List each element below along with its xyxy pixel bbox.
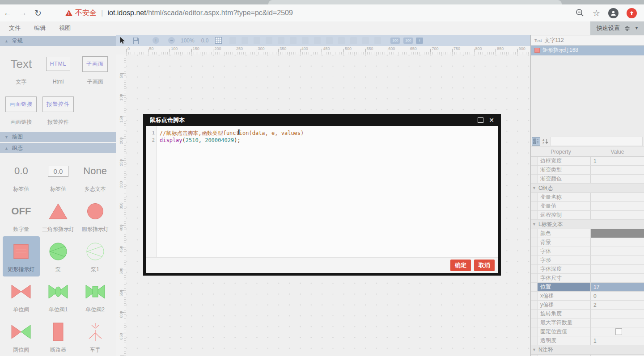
property-row-字形[interactable]: 字形 bbox=[531, 256, 644, 265]
property-filter-area[interactable] bbox=[551, 137, 643, 146]
checkbox[interactable] bbox=[615, 328, 622, 335]
grid-toggle-icon[interactable] bbox=[215, 37, 222, 44]
menu-item-1[interactable]: 编辑 bbox=[34, 24, 46, 32]
property-value[interactable] bbox=[591, 310, 644, 318]
cancel-button[interactable]: 取消 bbox=[474, 260, 495, 271]
size-badge-1[interactable]: 100 bbox=[403, 38, 413, 44]
palette-item-sub-screen[interactable]: 子画面子画面 bbox=[76, 49, 114, 89]
security-warning-label[interactable]: 不安全 bbox=[75, 8, 97, 18]
menu-item-2[interactable]: 视图 bbox=[59, 24, 71, 32]
property-section-L标签文本[interactable]: ▼L标签文本 bbox=[531, 220, 644, 229]
info-icon[interactable]: i bbox=[416, 38, 423, 44]
property-value[interactable] bbox=[591, 202, 644, 210]
palette-item-breaker[interactable]: 断路器 bbox=[40, 317, 77, 356]
browser-update-icon[interactable] bbox=[627, 8, 637, 18]
property-row-字体深度[interactable]: 字体深度 bbox=[531, 265, 644, 274]
property-row-变量值[interactable]: 变量值 bbox=[531, 202, 644, 211]
select-tool-icon[interactable] bbox=[120, 37, 126, 44]
object-list-item-1[interactable]: 矩形指示灯168 bbox=[531, 46, 644, 55]
palette-item-label-value-input[interactable]: 0.0标签值 bbox=[40, 156, 77, 196]
palette-section-header[interactable]: ▲组态 bbox=[0, 143, 116, 153]
property-value[interactable]: 1 bbox=[591, 336, 644, 345]
forward-icon[interactable]: → bbox=[15, 8, 30, 18]
palette-item-two-position-valve[interactable]: 两位阀 bbox=[3, 317, 40, 356]
menu-item-0[interactable]: 文件 bbox=[9, 24, 21, 32]
code-area[interactable]: //鼠标点击脚本,函数类型function(data, e, values)di… bbox=[157, 126, 304, 257]
property-row-背景[interactable]: 背景 bbox=[531, 238, 644, 247]
bookmark-star-icon[interactable]: ☆ bbox=[593, 8, 600, 18]
property-row-透明度[interactable]: 透明度1 bbox=[531, 336, 644, 345]
security-warning-icon[interactable]: ! bbox=[65, 10, 72, 16]
property-value[interactable] bbox=[591, 274, 644, 282]
property-value[interactable] bbox=[591, 166, 644, 174]
color-swatch[interactable] bbox=[591, 229, 644, 238]
save-icon[interactable] bbox=[132, 37, 140, 44]
property-row-字体[interactable]: 字体 bbox=[531, 247, 644, 256]
property-value[interactable] bbox=[591, 238, 644, 247]
palette-item-html[interactable]: HTMLHtml bbox=[40, 49, 77, 89]
palette-section-header[interactable]: ▼绘图 bbox=[0, 132, 116, 142]
property-value[interactable] bbox=[591, 247, 644, 255]
property-row-x偏移[interactable]: x偏移0 bbox=[531, 292, 644, 301]
property-value[interactable] bbox=[591, 193, 644, 201]
property-row-变量名称[interactable]: 变量名称 bbox=[531, 193, 644, 202]
property-row-固定位置值[interactable]: 固定位置值 bbox=[531, 327, 644, 336]
ok-button[interactable]: 确定 bbox=[450, 260, 471, 271]
palette-item-pump1[interactable]: 泵1 bbox=[76, 236, 114, 276]
object-list-item-0[interactable]: Text文字112 bbox=[531, 36, 644, 46]
property-value[interactable] bbox=[591, 211, 644, 219]
property-value[interactable]: 0 bbox=[591, 292, 644, 300]
zoom-out-page-icon[interactable] bbox=[576, 8, 585, 17]
property-value[interactable]: 1 bbox=[591, 157, 644, 165]
palette-item-label-value[interactable]: 0.0标签值 bbox=[3, 156, 40, 196]
categorized-view-icon[interactable] bbox=[532, 137, 540, 146]
url-host[interactable]: iot.idosp.net bbox=[107, 9, 146, 17]
palette-item-triangle-indicator[interactable]: 三角形指示灯 bbox=[40, 196, 77, 236]
palette-item-alarm-control[interactable]: 报警控件报警控件 bbox=[40, 89, 77, 129]
property-section-C组态[interactable]: ▼C组态 bbox=[531, 184, 644, 193]
property-row-远程控制[interactable]: 远程控制 bbox=[531, 211, 644, 220]
property-value[interactable]: 17 bbox=[591, 283, 644, 291]
palette-item-unit-valve1[interactable]: 单位阀1 bbox=[40, 276, 77, 317]
property-value[interactable] bbox=[591, 327, 644, 336]
palette-item-handcart[interactable]: 车手 bbox=[76, 317, 114, 356]
palette-item-rect-indicator[interactable]: 矩形指示灯 bbox=[3, 236, 40, 276]
property-section-N注释[interactable]: ▼N注释 bbox=[531, 345, 644, 355]
property-value[interactable] bbox=[591, 229, 644, 238]
back-icon[interactable]: ← bbox=[0, 8, 15, 18]
close-icon[interactable]: ✕ bbox=[489, 117, 494, 123]
property-row-渐变类型[interactable]: 渐变类型 bbox=[531, 166, 644, 175]
property-row-边框宽度[interactable]: 边框宽度1 bbox=[531, 157, 644, 166]
reload-icon[interactable]: ↻ bbox=[30, 8, 46, 18]
palette-item-digital-value[interactable]: OFF数字量 bbox=[3, 196, 40, 236]
sort-alphabetical-icon[interactable]: A Z bbox=[541, 137, 550, 146]
property-row-渐变颜色[interactable]: 渐变颜色 bbox=[531, 175, 644, 184]
palette-item-screen-link[interactable]: 画面链接画面链接 bbox=[3, 89, 40, 129]
property-row-颜色[interactable]: 颜色 bbox=[531, 229, 644, 238]
property-value[interactable] bbox=[591, 265, 644, 273]
chevron-down-icon[interactable]: ▼ bbox=[635, 26, 639, 30]
palette-item-unit-valve2[interactable]: 单位阀2 bbox=[76, 276, 114, 317]
url-path[interactable]: /html/scada/editor.aspx.htm?type=pc&id=2… bbox=[146, 9, 293, 17]
palette-section-header[interactable]: ▲常规 bbox=[0, 36, 116, 46]
quick-settings[interactable]: 快速设置 ▼ bbox=[590, 21, 644, 35]
property-value[interactable]: 2 bbox=[591, 301, 644, 309]
palette-item-text[interactable]: Text文字 bbox=[3, 49, 40, 89]
property-row-最大字符数量[interactable]: 最大字符数量 bbox=[531, 318, 644, 327]
maximize-icon[interactable] bbox=[478, 117, 483, 123]
collapse-panels-icon[interactable] bbox=[624, 25, 630, 31]
browser-tab[interactable] bbox=[268, 0, 562, 4]
property-row-字体尺寸[interactable]: 字体尺寸 bbox=[531, 274, 644, 283]
property-value[interactable] bbox=[591, 256, 644, 264]
profile-avatar-icon[interactable] bbox=[608, 8, 619, 18]
property-row-y偏移[interactable]: y偏移2 bbox=[531, 301, 644, 310]
palette-item-pump[interactable]: 泵 bbox=[40, 236, 77, 276]
palette-item-circle-indicator[interactable]: 圆形指示灯 bbox=[76, 196, 114, 236]
property-value[interactable] bbox=[591, 175, 644, 183]
size-badge-0[interactable]: 100 bbox=[390, 38, 400, 44]
zoom-out-icon[interactable]: − bbox=[168, 37, 175, 44]
dialog-title-bar[interactable]: 鼠标点击脚本 ✕ bbox=[146, 114, 498, 126]
zoom-in-icon[interactable]: + bbox=[153, 37, 159, 44]
palette-item-multistate-text[interactable]: None多态文本 bbox=[76, 156, 114, 196]
property-value[interactable] bbox=[591, 318, 644, 327]
